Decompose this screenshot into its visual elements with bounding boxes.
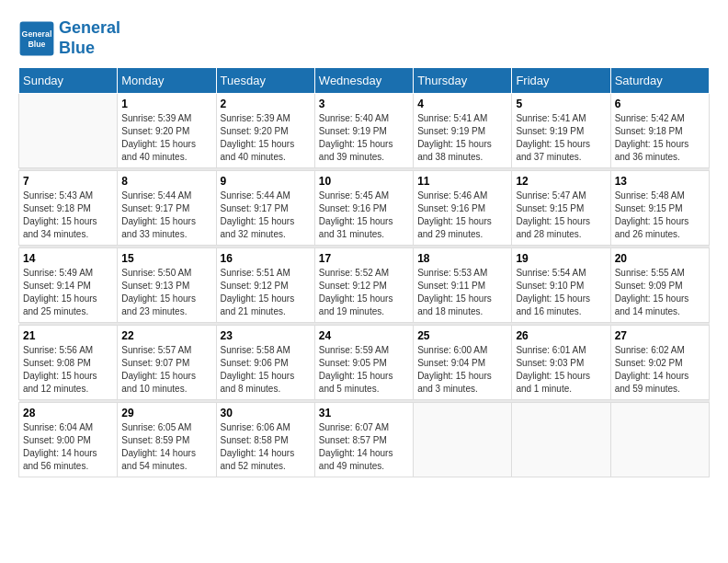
logo-text: GeneralBlue — [59, 18, 120, 58]
calendar-cell: 25Sunrise: 6:00 AMSunset: 9:04 PMDayligh… — [414, 326, 512, 400]
calendar-cell: 18Sunrise: 5:53 AMSunset: 9:11 PMDayligh… — [414, 248, 512, 323]
day-info: Sunrise: 5:56 AMSunset: 9:08 PMDaylight:… — [23, 344, 113, 396]
day-number: 22 — [121, 329, 211, 342]
day-info: Sunrise: 6:07 AMSunset: 8:57 PMDaylight:… — [319, 421, 409, 473]
day-info: Sunrise: 5:52 AMSunset: 9:12 PMDaylight:… — [319, 267, 409, 318]
day-info: Sunrise: 5:44 AMSunset: 9:17 PMDaylight:… — [221, 190, 311, 241]
weekday-header-tuesday: Tuesday — [216, 68, 314, 94]
weekday-header-wednesday: Wednesday — [314, 68, 413, 94]
calendar-cell: 16Sunrise: 5:51 AMSunset: 9:12 PMDayligh… — [216, 248, 314, 323]
svg-text:Blue: Blue — [28, 39, 45, 48]
day-info: Sunrise: 5:49 AMSunset: 9:14 PMDaylight:… — [23, 267, 113, 318]
day-info: Sunrise: 5:46 AMSunset: 9:16 PMDaylight:… — [417, 190, 507, 241]
calendar-cell — [512, 403, 610, 477]
day-info: Sunrise: 5:48 AMSunset: 9:15 PMDaylight:… — [615, 190, 705, 241]
calendar-cell: 12Sunrise: 5:47 AMSunset: 9:15 PMDayligh… — [512, 171, 610, 246]
week-row-4: 21Sunrise: 5:56 AMSunset: 9:08 PMDayligh… — [19, 326, 710, 400]
calendar-cell: 4Sunrise: 5:41 AMSunset: 9:19 PMDaylight… — [414, 94, 512, 168]
day-info: Sunrise: 5:58 AMSunset: 9:06 PMDaylight:… — [221, 344, 311, 396]
calendar-cell: 3Sunrise: 5:40 AMSunset: 9:19 PMDaylight… — [314, 94, 413, 168]
weekday-header-monday: Monday — [118, 68, 216, 94]
page-header: General Blue GeneralBlue — [18, 18, 710, 58]
svg-text:General: General — [22, 29, 52, 38]
day-number: 24 — [319, 329, 409, 342]
day-info: Sunrise: 5:39 AMSunset: 9:20 PMDaylight:… — [121, 112, 211, 164]
day-info: Sunrise: 5:44 AMSunset: 9:17 PMDaylight:… — [121, 190, 211, 241]
week-row-2: 7Sunrise: 5:43 AMSunset: 9:18 PMDaylight… — [19, 171, 710, 246]
day-number: 23 — [221, 329, 311, 342]
day-info: Sunrise: 5:51 AMSunset: 9:12 PMDaylight:… — [221, 267, 311, 318]
day-number: 19 — [516, 252, 606, 265]
week-row-3: 14Sunrise: 5:49 AMSunset: 9:14 PMDayligh… — [19, 248, 710, 323]
calendar-cell: 14Sunrise: 5:49 AMSunset: 9:14 PMDayligh… — [19, 248, 118, 323]
day-info: Sunrise: 5:43 AMSunset: 9:18 PMDaylight:… — [23, 190, 113, 241]
day-info: Sunrise: 5:41 AMSunset: 9:19 PMDaylight:… — [516, 112, 606, 164]
calendar-cell: 22Sunrise: 5:57 AMSunset: 9:07 PMDayligh… — [118, 326, 216, 400]
calendar-cell: 24Sunrise: 5:59 AMSunset: 9:05 PMDayligh… — [314, 326, 413, 400]
day-info: Sunrise: 5:50 AMSunset: 9:13 PMDaylight:… — [121, 267, 211, 318]
day-info: Sunrise: 5:55 AMSunset: 9:09 PMDaylight:… — [615, 267, 705, 318]
calendar-cell: 21Sunrise: 5:56 AMSunset: 9:08 PMDayligh… — [19, 326, 118, 400]
logo: General Blue GeneralBlue — [18, 18, 120, 58]
calendar: SundayMondayTuesdayWednesdayThursdayFrid… — [18, 67, 710, 477]
day-number: 30 — [221, 407, 311, 419]
day-info: Sunrise: 5:53 AMSunset: 9:11 PMDaylight:… — [417, 267, 507, 318]
day-number: 31 — [319, 407, 409, 419]
day-info: Sunrise: 5:45 AMSunset: 9:16 PMDaylight:… — [319, 190, 409, 241]
day-number: 7 — [23, 175, 113, 188]
day-info: Sunrise: 5:42 AMSunset: 9:18 PMDaylight:… — [615, 112, 705, 164]
day-number: 17 — [319, 252, 409, 265]
day-number: 1 — [121, 98, 211, 110]
day-info: Sunrise: 5:39 AMSunset: 9:20 PMDaylight:… — [221, 112, 311, 164]
day-number: 10 — [319, 175, 409, 188]
day-number: 12 — [516, 175, 606, 188]
day-number: 21 — [23, 329, 113, 342]
day-number: 20 — [615, 252, 705, 265]
day-number: 29 — [121, 407, 211, 419]
calendar-cell: 30Sunrise: 6:06 AMSunset: 8:58 PMDayligh… — [216, 403, 314, 477]
day-info: Sunrise: 6:06 AMSunset: 8:58 PMDaylight:… — [221, 421, 311, 473]
calendar-cell: 9Sunrise: 5:44 AMSunset: 9:17 PMDaylight… — [216, 171, 314, 246]
calendar-cell: 5Sunrise: 5:41 AMSunset: 9:19 PMDaylight… — [512, 94, 610, 168]
calendar-cell: 6Sunrise: 5:42 AMSunset: 9:18 PMDaylight… — [610, 94, 709, 168]
calendar-cell — [414, 403, 512, 477]
calendar-cell — [610, 403, 709, 477]
day-info: Sunrise: 6:01 AMSunset: 9:03 PMDaylight:… — [516, 344, 606, 396]
calendar-cell: 26Sunrise: 6:01 AMSunset: 9:03 PMDayligh… — [512, 326, 610, 400]
calendar-cell: 1Sunrise: 5:39 AMSunset: 9:20 PMDaylight… — [118, 94, 216, 168]
day-info: Sunrise: 5:41 AMSunset: 9:19 PMDaylight:… — [417, 112, 507, 164]
calendar-cell: 8Sunrise: 5:44 AMSunset: 9:17 PMDaylight… — [118, 171, 216, 246]
week-row-5: 28Sunrise: 6:04 AMSunset: 9:00 PMDayligh… — [19, 403, 710, 477]
calendar-cell: 11Sunrise: 5:46 AMSunset: 9:16 PMDayligh… — [414, 171, 512, 246]
weekday-header-saturday: Saturday — [610, 68, 709, 94]
calendar-cell: 17Sunrise: 5:52 AMSunset: 9:12 PMDayligh… — [314, 248, 413, 323]
day-info: Sunrise: 5:57 AMSunset: 9:07 PMDaylight:… — [121, 344, 211, 396]
day-info: Sunrise: 5:54 AMSunset: 9:10 PMDaylight:… — [516, 267, 606, 318]
day-number: 28 — [23, 407, 113, 419]
day-number: 26 — [516, 329, 606, 342]
day-number: 3 — [319, 98, 409, 110]
day-number: 11 — [417, 175, 507, 188]
day-number: 14 — [23, 252, 113, 265]
calendar-cell: 2Sunrise: 5:39 AMSunset: 9:20 PMDaylight… — [216, 94, 314, 168]
calendar-cell: 28Sunrise: 6:04 AMSunset: 9:00 PMDayligh… — [19, 403, 118, 477]
calendar-cell: 13Sunrise: 5:48 AMSunset: 9:15 PMDayligh… — [610, 171, 709, 246]
day-number: 18 — [417, 252, 507, 265]
day-info: Sunrise: 6:05 AMSunset: 8:59 PMDaylight:… — [121, 421, 211, 473]
calendar-cell: 27Sunrise: 6:02 AMSunset: 9:02 PMDayligh… — [610, 326, 709, 400]
day-number: 9 — [221, 175, 311, 188]
calendar-cell: 19Sunrise: 5:54 AMSunset: 9:10 PMDayligh… — [512, 248, 610, 323]
weekday-header-friday: Friday — [512, 68, 610, 94]
calendar-cell: 7Sunrise: 5:43 AMSunset: 9:18 PMDaylight… — [19, 171, 118, 246]
calendar-cell: 10Sunrise: 5:45 AMSunset: 9:16 PMDayligh… — [314, 171, 413, 246]
week-row-1: 1Sunrise: 5:39 AMSunset: 9:20 PMDaylight… — [19, 94, 710, 168]
svg-rect-0 — [20, 21, 54, 55]
day-info: Sunrise: 6:00 AMSunset: 9:04 PMDaylight:… — [417, 344, 507, 396]
weekday-header-thursday: Thursday — [414, 68, 512, 94]
calendar-cell: 31Sunrise: 6:07 AMSunset: 8:57 PMDayligh… — [314, 403, 413, 477]
calendar-cell: 29Sunrise: 6:05 AMSunset: 8:59 PMDayligh… — [118, 403, 216, 477]
day-number: 25 — [417, 329, 507, 342]
day-number: 4 — [417, 98, 507, 110]
weekday-header-sunday: Sunday — [19, 68, 118, 94]
day-number: 13 — [615, 175, 705, 188]
